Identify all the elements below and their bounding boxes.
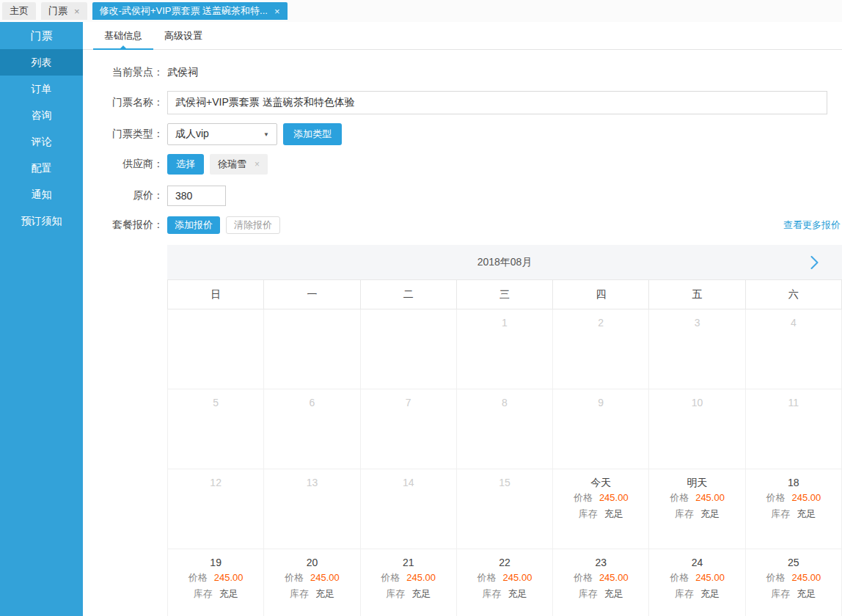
day-number: 19 xyxy=(168,556,263,569)
clear-quote-button[interactable]: 清除报价 xyxy=(226,216,280,234)
price-label: 价格 xyxy=(574,491,593,505)
sidebar-menu: 列表订单咨询评论配置通知预订须知 xyxy=(0,49,83,234)
select-supplier-button[interactable]: 选择 xyxy=(167,154,204,175)
sidebar-item-notice[interactable]: 通知 xyxy=(0,181,83,208)
calendar-day-cell[interactable]: 23价格245.00库存充足 xyxy=(553,549,649,616)
weekday-header: 四 xyxy=(553,280,649,309)
calendar-day-cell[interactable]: 4 xyxy=(745,309,841,389)
day-number: 18 xyxy=(746,476,841,489)
stock-value: 充足 xyxy=(219,587,238,601)
day-number: 8 xyxy=(457,396,552,409)
tab-advanced-settings[interactable]: 高级设置 xyxy=(153,22,213,49)
weekday-header: 二 xyxy=(360,280,456,309)
sidebar-item-config[interactable]: 配置 xyxy=(0,155,83,181)
top-tab-edit[interactable]: 修改-武侯祠+VIP票套票 送盖碗茶和特...× xyxy=(92,2,288,20)
tab-basic-info[interactable]: 基础信息 xyxy=(93,22,153,49)
close-icon[interactable]: × xyxy=(74,7,80,16)
day-number: 5 xyxy=(168,396,263,409)
calendar-day-cell[interactable]: 13 xyxy=(264,469,360,549)
day-number: 今天 xyxy=(553,476,648,489)
ticket-type-select[interactable]: 成人vip ▼ xyxy=(167,123,277,145)
ticket-name-row: 门票名称： xyxy=(83,91,842,114)
calendar-day-cell[interactable]: 15 xyxy=(456,469,552,549)
package-quote-row: 套餐报价： 添加报价 清除报价 查看更多报价 xyxy=(83,216,842,234)
day-number: 15 xyxy=(457,476,552,489)
calendar-day-cell[interactable]: 11 xyxy=(745,389,841,469)
day-number: 21 xyxy=(361,556,456,569)
price-label: 价格 xyxy=(670,571,689,585)
price-value: 245.00 xyxy=(791,491,821,505)
calendar-day-cell[interactable]: 24价格245.00库存充足 xyxy=(649,549,745,616)
stock-label: 库存 xyxy=(579,587,598,601)
calendar-day-cell[interactable]: 14 xyxy=(360,469,456,549)
calendar-day-cell[interactable]: 明天价格245.00库存充足 xyxy=(649,469,745,549)
day-number: 1 xyxy=(457,316,552,329)
calendar-day-cell[interactable]: 12 xyxy=(168,469,264,549)
sidebar-item-orders[interactable]: 订单 xyxy=(0,76,83,102)
calendar-day-cell[interactable]: 8 xyxy=(456,389,552,469)
top-tab-home[interactable]: 主页 xyxy=(2,2,36,20)
day-stock-line: 库存充足 xyxy=(168,587,263,601)
add-type-button[interactable]: 添加类型 xyxy=(283,123,342,145)
stock-value: 充足 xyxy=(508,587,527,601)
calendar-day-cell[interactable]: 18价格245.00库存充足 xyxy=(745,469,841,549)
price-value: 245.00 xyxy=(406,571,436,585)
sidebar-item-consult[interactable]: 咨询 xyxy=(0,102,83,128)
day-price-line: 价格245.00 xyxy=(649,491,744,505)
weekday-header: 三 xyxy=(456,280,552,309)
view-more-quotes-link[interactable]: 查看更多报价 xyxy=(783,219,841,232)
main-content: 基础信息高级设置 当前景点： 武侯祠 门票名称： 门票类型： 成人vip ▼ 添… xyxy=(83,22,842,616)
sidebar-item-booking-notes[interactable]: 预订须知 xyxy=(0,208,83,234)
calendar-day-cell[interactable]: 6 xyxy=(264,389,360,469)
stock-label: 库存 xyxy=(194,587,213,601)
day-price-line: 价格245.00 xyxy=(746,571,841,585)
price-label: 价格 xyxy=(766,491,785,505)
calendar-day-cell[interactable]: 19价格245.00库存充足 xyxy=(168,549,264,616)
price-label: 价格 xyxy=(766,571,785,585)
calendar-day-cell[interactable]: 1 xyxy=(456,309,552,389)
price-value: 245.00 xyxy=(214,571,244,585)
calendar-day-cell[interactable]: 今天价格245.00库存充足 xyxy=(553,469,649,549)
price-label: 价格 xyxy=(285,571,304,585)
current-scenic-label: 当前景点： xyxy=(83,66,164,79)
window-tab-bar: 主页门票×修改-武侯祠+VIP票套票 送盖碗茶和特...× xyxy=(0,0,842,22)
current-scenic-value: 武侯祠 xyxy=(167,66,198,79)
stock-value: 充足 xyxy=(315,587,334,601)
calendar-day-cell[interactable] xyxy=(168,309,264,389)
ticket-name-label: 门票名称： xyxy=(83,96,164,109)
sidebar-item-list[interactable]: 列表 xyxy=(0,49,83,76)
calendar-day-cell[interactable]: 9 xyxy=(553,389,649,469)
close-icon[interactable]: × xyxy=(274,7,280,16)
calendar-day-cell[interactable]: 7 xyxy=(360,389,456,469)
calendar-day-cell[interactable]: 3 xyxy=(649,309,745,389)
price-label: 价格 xyxy=(188,571,208,585)
calendar-day-cell[interactable] xyxy=(360,309,456,389)
add-quote-button[interactable]: 添加报价 xyxy=(167,216,220,234)
price-value: 245.00 xyxy=(791,571,821,585)
calendar-day-cell[interactable]: 21价格245.00库存充足 xyxy=(360,549,456,616)
calendar-day-cell[interactable]: 10 xyxy=(649,389,745,469)
original-price-input[interactable] xyxy=(167,186,226,206)
stock-value: 充足 xyxy=(700,507,720,521)
sidebar: 门票 列表订单咨询评论配置通知预订须知 xyxy=(0,22,83,616)
chevron-down-icon: ▼ xyxy=(263,131,269,138)
calendar-day-cell[interactable]: 25价格245.00库存充足 xyxy=(745,549,841,616)
calendar-day-cell[interactable]: 22价格245.00库存充足 xyxy=(456,549,552,616)
calendar-day-cell[interactable]: 20价格245.00库存充足 xyxy=(264,549,360,616)
calendar-grid: 日一二三四五六 123456789101112131415今天价格245.00库… xyxy=(167,279,842,616)
day-price-line: 价格245.00 xyxy=(746,491,841,505)
day-stock-line: 库存充足 xyxy=(746,587,841,601)
ticket-name-input[interactable] xyxy=(167,91,827,114)
top-tab-ticket[interactable]: 门票× xyxy=(41,2,87,20)
ticket-type-row: 门票类型： 成人vip ▼ 添加类型 xyxy=(83,123,842,145)
stock-label: 库存 xyxy=(386,587,405,601)
day-number: 12 xyxy=(168,476,263,489)
remove-supplier-icon[interactable]: × xyxy=(255,159,260,169)
calendar-day-cell[interactable]: 2 xyxy=(553,309,649,389)
original-price-row: 原价： xyxy=(83,186,842,206)
ticket-type-selected-value: 成人vip xyxy=(175,128,209,141)
calendar-day-cell[interactable] xyxy=(264,309,360,389)
sidebar-item-comments[interactable]: 评论 xyxy=(0,128,83,155)
next-month-icon[interactable] xyxy=(810,256,819,269)
calendar-day-cell[interactable]: 5 xyxy=(168,389,264,469)
